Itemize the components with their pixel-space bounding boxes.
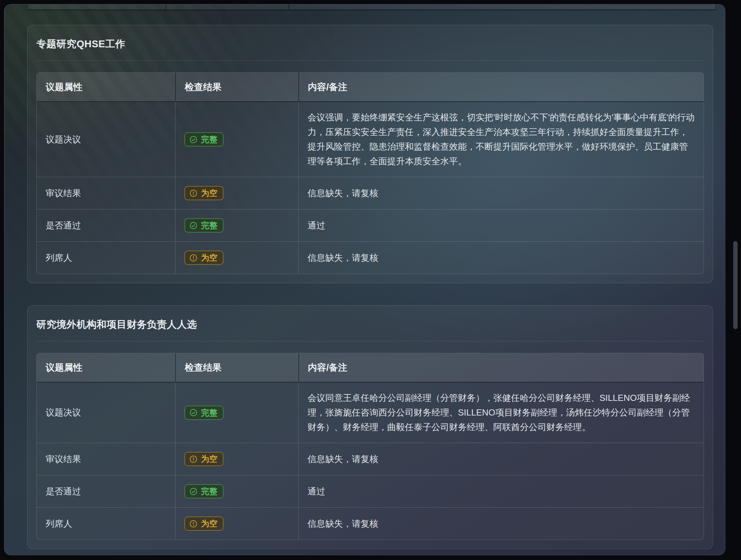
content-text: 信息缺失，请复核 [298, 443, 704, 475]
table-row: 审议结果 为空 信息缺失，请复核 [37, 443, 704, 475]
scrollbar-thumb[interactable] [733, 241, 738, 329]
column-header-attribute: 议题属性 [37, 73, 175, 102]
attribute-label: 是否通过 [37, 209, 175, 241]
column-header-check-result: 检查结果 [175, 353, 298, 383]
attribute-label: 列席人 [37, 507, 175, 540]
check-circle-icon [190, 409, 197, 417]
check-table-wrap: 议题属性 检查结果 内容/备注 议题决议 完整 会议强调，要始终 [36, 72, 704, 274]
table-row: 是否通过 完整 通过 [37, 475, 704, 507]
attribute-label: 议题决议 [37, 383, 175, 443]
attribute-label: 是否通过 [37, 475, 175, 507]
check-table: 议题属性 检查结果 内容/备注 议题决议 完整 会议同意王卓任哈 [37, 353, 704, 540]
status-badge: 完整 [184, 218, 224, 233]
alert-circle-icon [190, 189, 197, 197]
status-badge-label: 完整 [201, 487, 217, 496]
content-text: 会议同意王卓任哈分公司副经理（分管财务），张健任哈分公司财务经理、SILLENO… [298, 383, 704, 443]
title-divider [36, 61, 704, 61]
content-text: 通过 [298, 475, 704, 507]
check-circle-icon [190, 222, 197, 230]
app-viewport: 专题研究QHSE工作 议题属性 检查结果 内容/备注 议题决议 [4, 4, 725, 555]
table-row: 列席人 为空 信息缺失，请复核 [37, 241, 704, 274]
check-table-wrap: 议题属性 检查结果 内容/备注 议题决议 完整 会议同意王卓任哈 [36, 353, 704, 540]
alert-circle-icon [190, 455, 197, 463]
content-text: 会议强调，要始终绷紧安全生产这根弦，切实把'时时放心不下'的责任感转化为'事事心… [298, 102, 704, 177]
title-divider [36, 341, 704, 341]
column-divider [289, 4, 289, 10]
column-header-content-remarks: 内容/备注 [298, 353, 704, 383]
status-badge: 为空 [184, 251, 224, 265]
status-badge: 为空 [184, 186, 224, 200]
column-divider [165, 4, 166, 10]
attribute-label: 议题决议 [37, 102, 175, 177]
status-badge-label: 完整 [201, 408, 217, 417]
header-row: 议题属性 检查结果 内容/备注 [37, 73, 704, 102]
attribute-label: 审议结果 [37, 443, 175, 475]
status-badge-label: 为空 [201, 253, 217, 262]
status-badge: 为空 [184, 516, 224, 531]
table-row: 列席人 为空 信息缺失，请复核 [37, 507, 704, 540]
status-badge-label: 完整 [201, 221, 217, 230]
section-card: 专题研究QHSE工作 议题属性 检查结果 内容/备注 议题决议 [27, 25, 713, 283]
content: 专题研究QHSE工作 议题属性 检查结果 内容/备注 议题决议 [4, 25, 725, 555]
status-badge: 为空 [184, 452, 224, 466]
content-text: 信息缺失，请复核 [298, 241, 704, 274]
alert-circle-icon [190, 520, 197, 528]
check-table: 议题属性 检查结果 内容/备注 议题决议 完整 会议强调，要始终 [37, 73, 704, 274]
status-badge: 完整 [184, 406, 224, 420]
content-text: 信息缺失，请复核 [298, 507, 704, 540]
section-title: 专题研究QHSE工作 [36, 37, 704, 51]
column-header-attribute: 议题属性 [37, 353, 175, 383]
column-header-check-result: 检查结果 [175, 73, 298, 102]
column-header-content-remarks: 内容/备注 [298, 73, 704, 102]
check-circle-icon [190, 488, 197, 495]
attribute-label: 审议结果 [37, 177, 175, 209]
attribute-label: 列席人 [37, 241, 175, 274]
status-badge-label: 为空 [201, 519, 217, 528]
status-badge-label: 为空 [201, 189, 217, 198]
table-row: 审议结果 为空 信息缺失，请复核 [37, 177, 704, 209]
alert-circle-icon [190, 254, 197, 262]
table-row: 议题决议 完整 会议同意王卓任哈分公司副经理（分管财务），张健任哈分公司财务经理… [37, 383, 704, 443]
section-title: 研究境外机构和项目财务负责人人选 [36, 318, 704, 332]
status-badge: 完整 [184, 132, 224, 147]
content-text: 通过 [298, 209, 704, 241]
content-text: 信息缺失，请复核 [298, 177, 704, 209]
section-card: 研究境外机构和项目财务负责人人选 议题属性 检查结果 内容/备注 议题决议 [27, 305, 713, 549]
table-row: 议题决议 完整 会议强调，要始终绷紧安全生产这根弦，切实把'时时放心不下'的责任… [37, 102, 704, 177]
header-row: 议题属性 检查结果 内容/备注 [37, 353, 704, 383]
status-badge: 完整 [184, 484, 224, 498]
status-badge-label: 为空 [201, 455, 217, 463]
status-badge-label: 完整 [201, 135, 217, 144]
table-row: 是否通过 完整 通过 [37, 209, 704, 241]
check-circle-icon [190, 136, 197, 143]
previous-table-fragment [27, 4, 716, 10]
